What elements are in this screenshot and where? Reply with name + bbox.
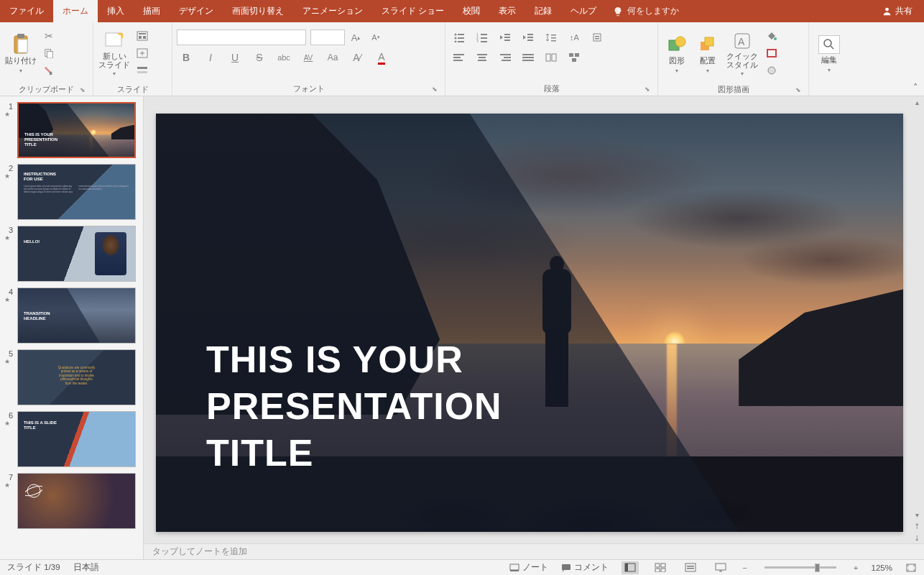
convert-smartart-button[interactable] <box>565 50 583 65</box>
justify-button[interactable] <box>519 50 537 65</box>
fit-to-window-button[interactable] <box>905 563 917 573</box>
cut-button[interactable]: ✂ <box>40 28 58 44</box>
slide-title-text[interactable]: THIS IS YOUR PRESENTATION TITLE <box>206 336 502 477</box>
arrange-button[interactable]: 配置▾ <box>693 25 722 83</box>
font-launcher[interactable]: ⬊ <box>430 85 439 93</box>
current-slide[interactable]: THIS IS YOUR PRESENTATION TITLE <box>156 114 903 532</box>
normal-view-button[interactable] <box>622 561 639 574</box>
slide-thumbnail-panel[interactable]: 1★ THIS IS YOUR PRESENTATION TITLE 2★ IN… <box>0 96 144 559</box>
shape-effects-button[interactable] <box>762 63 781 78</box>
zoom-slider-thumb[interactable] <box>815 564 820 572</box>
slide-thumbnail-4[interactable]: TRANSITION HEADLINE <box>17 288 136 344</box>
slide-thumbnail-1[interactable]: THIS IS YOUR PRESENTATION TITLE <box>17 102 136 158</box>
numbering-button[interactable]: 123 <box>473 29 491 45</box>
font-color-button[interactable]: A <box>372 50 391 65</box>
tab-insert[interactable]: 挿入 <box>98 0 134 22</box>
svg-rect-32 <box>527 37 533 38</box>
clear-formatting-button[interactable]: A⁄ <box>348 50 366 65</box>
columns-button[interactable] <box>542 50 560 65</box>
tab-file[interactable]: ファイル <box>0 0 53 22</box>
char-spacing-button[interactable]: AV <box>299 50 318 65</box>
tell-me-search[interactable]: 何をしますか <box>613 0 679 22</box>
slide-thumbnail-7[interactable] <box>17 473 136 529</box>
language-indicator[interactable]: 日本語 <box>73 562 99 573</box>
notes-toggle[interactable]: ノート <box>509 562 548 573</box>
slide-counter[interactable]: スライド 1/39 <box>7 562 60 573</box>
change-case-button[interactable]: Aa <box>323 50 342 65</box>
align-text-button[interactable] <box>588 29 606 45</box>
decrease-indent-button[interactable] <box>496 29 514 45</box>
italic-button[interactable]: I <box>201 50 220 65</box>
slideshow-view-button[interactable] <box>712 561 729 574</box>
format-painter-button[interactable] <box>40 63 58 78</box>
zoom-in-button[interactable]: + <box>854 564 859 572</box>
shape-outline-button[interactable] <box>762 45 781 61</box>
svg-rect-61 <box>705 37 713 46</box>
next-slide-icon[interactable]: ⤓ <box>911 532 923 543</box>
quick-styles-button[interactable]: A クイック スタイル▾ <box>724 25 760 83</box>
thumb-num: 4 <box>4 288 13 296</box>
section-button[interactable] <box>133 63 152 78</box>
scroll-up-icon[interactable]: ▴ <box>911 96 923 108</box>
drawing-launcher[interactable]: ⬊ <box>794 86 803 94</box>
tab-home[interactable]: ホーム <box>53 0 98 22</box>
scroll-down-icon[interactable]: ▾ <box>911 509 923 520</box>
zoom-slider[interactable] <box>764 566 836 569</box>
tab-transitions[interactable]: 画面切り替え <box>223 0 293 22</box>
increase-indent-button[interactable] <box>519 29 537 45</box>
align-right-button[interactable] <box>496 50 514 65</box>
shape-fill-button[interactable] <box>762 28 781 44</box>
notes-pane[interactable]: タップしてノートを追加 <box>144 543 924 559</box>
reading-view-button[interactable] <box>682 561 699 574</box>
share-button[interactable]: 共有 <box>871 0 924 22</box>
thumb-num: 5 <box>4 349 13 358</box>
shadow-button[interactable]: abc <box>274 50 293 65</box>
reset-button[interactable] <box>133 45 152 61</box>
line-spacing-button[interactable] <box>542 29 560 45</box>
tab-draw[interactable]: 描画 <box>134 0 170 22</box>
tab-design[interactable]: デザイン <box>170 0 223 22</box>
slide-thumbnail-6[interactable]: THIS IS A SLIDE TITLE <box>17 411 136 467</box>
vertical-scrollbar[interactable]: ▴ ▾ ⤒ ⤓ <box>911 96 923 543</box>
slide-thumbnail-3[interactable]: HELLO! <box>17 226 136 282</box>
animation-star-icon: ★ <box>4 234 13 242</box>
slide-canvas-area[interactable]: THIS IS YOUR PRESENTATION TITLE ▴ ▾ ⤒ ⤓ <box>144 96 924 543</box>
clipboard-launcher[interactable]: ⬊ <box>78 86 87 94</box>
strikethrough-button[interactable]: S <box>250 50 269 65</box>
group-clipboard: 貼り付け ▾ ✂ クリップボード⬊ <box>0 22 93 96</box>
collapse-ribbon-button[interactable]: ˄ <box>913 82 918 93</box>
shapes-button[interactable]: 図形▾ <box>662 25 691 83</box>
slide-thumbnail-5[interactable]: Quotations are commonly printed as a mea… <box>17 349 136 405</box>
quick-styles-icon: A <box>732 31 752 51</box>
zoom-level[interactable]: 125% <box>872 564 892 572</box>
tab-help[interactable]: ヘルプ <box>561 0 606 22</box>
align-left-button[interactable] <box>450 50 468 65</box>
bold-button[interactable]: B <box>177 50 195 65</box>
tab-record[interactable]: 記録 <box>525 0 561 22</box>
font-family-combobox[interactable] <box>177 29 306 45</box>
tab-view[interactable]: 表示 <box>489 0 525 22</box>
paste-button[interactable]: 貼り付け ▾ <box>4 25 37 83</box>
tab-review[interactable]: 校閲 <box>453 0 489 22</box>
zoom-out-button[interactable]: − <box>742 564 747 572</box>
new-slide-button[interactable]: 新しい スライド ▾ <box>98 25 131 83</box>
prev-slide-icon[interactable]: ⤒ <box>911 520 923 532</box>
font-size-combobox[interactable] <box>310 29 345 45</box>
svg-rect-77 <box>655 569 660 572</box>
text-direction-button[interactable]: ↕A <box>565 29 583 45</box>
align-center-button[interactable] <box>473 50 491 65</box>
underline-button[interactable]: U <box>226 50 244 65</box>
increase-font-button[interactable]: A▴ <box>346 29 365 45</box>
find-button[interactable]: 編集▾ <box>813 25 845 83</box>
bullets-button[interactable] <box>450 29 468 45</box>
svg-rect-78 <box>661 569 665 572</box>
comments-toggle[interactable]: コメント <box>561 562 609 573</box>
sorter-view-button[interactable] <box>652 561 669 574</box>
decrease-font-button[interactable]: A▾ <box>366 29 385 45</box>
paragraph-launcher[interactable]: ⬊ <box>643 85 652 93</box>
tab-slideshow[interactable]: スライド ショー <box>372 0 453 22</box>
layout-button[interactable] <box>133 28 152 44</box>
copy-button[interactable] <box>40 45 58 61</box>
tab-animations[interactable]: アニメーション <box>293 0 372 22</box>
slide-thumbnail-2[interactable]: INSTRUCTIONS FOR USE Lorem ipsum dolor s… <box>17 164 136 220</box>
